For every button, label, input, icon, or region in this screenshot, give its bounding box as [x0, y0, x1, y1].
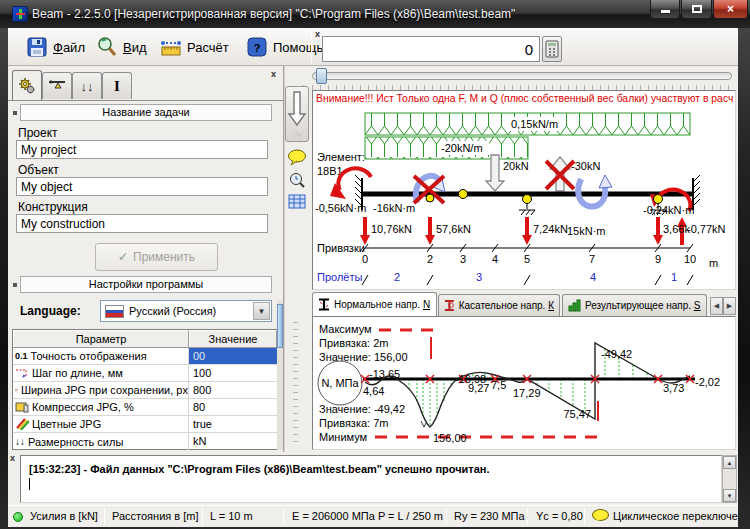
minimize-button[interactable] [650, 0, 680, 19]
anchors-label: Привязки [317, 242, 365, 254]
calc-menu-label: Расчёт [187, 40, 229, 55]
project-input[interactable] [16, 140, 268, 159]
tab-shear-stress[interactable]: Касательное напр. К [438, 294, 560, 316]
table-row[interactable]: ↓↓Размерность силы kN [13, 433, 277, 450]
maximize-button[interactable] [681, 0, 712, 19]
moment-label: -0,56kN·m [315, 202, 366, 214]
table-row[interactable]: 0.1Точность отображения 00 [13, 348, 277, 365]
axis-oy-button[interactable]: Oy [285, 86, 309, 142]
moment-label: 15kN·m [567, 225, 606, 237]
file-menu-button[interactable]: Файл [18, 31, 93, 63]
tab-section[interactable]: I [102, 72, 132, 99]
ruler-icon [160, 36, 182, 58]
tab-loads[interactable]: ↓↓ [72, 72, 102, 99]
roller-support-5m[interactable] [519, 195, 535, 216]
value-input[interactable] [322, 36, 540, 62]
tab-scroll-left[interactable]: ◀ [710, 297, 723, 315]
construction-label: Конструкция [18, 200, 88, 214]
stress-diagram[interactable]: Максимум Привязка: 2m Значение: 156,00 N… [313, 317, 735, 449]
span-value: 3 [476, 271, 482, 283]
span-value: 4 [590, 271, 596, 283]
gears-icon [18, 77, 36, 95]
table-row[interactable]: Компрессия JPG, % 80 [13, 399, 277, 416]
value-label: 7,5 [491, 379, 506, 391]
comment-bubble-icon[interactable] [287, 149, 307, 166]
chevron-down-icon[interactable]: ▼ [253, 302, 270, 320]
force-30kn-label: -30kN [571, 160, 600, 172]
table-row[interactable]: Шаг по длине, мм 100 [13, 365, 277, 382]
reaction-label: 10,76kN [371, 223, 412, 235]
group-dot [13, 111, 17, 115]
down-arrow-icon [286, 90, 308, 128]
object-input[interactable] [16, 177, 268, 196]
title-bar[interactable]: Beam - 2.2.5.0 [Незарегистрированная вер… [0, 0, 750, 28]
tab-scroll-right[interactable]: ▶ [723, 297, 736, 315]
status-yc: Yc = 0,80 [536, 510, 583, 522]
log-scrollbar[interactable]: ▲ ▼ [722, 455, 737, 503]
sidebar-close[interactable]: x [271, 70, 276, 78]
force-dim-icon: ↓↓ [15, 436, 25, 447]
value-label: 9,27 [468, 382, 489, 394]
node-2m[interactable] [426, 194, 434, 202]
precision-icon: 0.1 [15, 351, 28, 361]
bar-chart-icon [568, 299, 581, 312]
zoom-slider[interactable] [312, 72, 732, 80]
min-label: Минимум [319, 431, 367, 443]
tabs-underline [8, 100, 283, 101]
tab-supports[interactable] [42, 72, 72, 99]
status-separator [104, 508, 105, 524]
hint-balloon-icon[interactable] [592, 509, 609, 521]
unit-label: m [709, 257, 718, 269]
status-modulus: E = 206000 МПа P = L / 250 m [292, 510, 443, 522]
element-label: Элемент: [317, 151, 365, 163]
construction-input[interactable] [16, 214, 268, 233]
view-menu-button[interactable]: Вид [88, 31, 155, 63]
table-row[interactable]: Ширина JPG при сохранении, px 800 [13, 382, 277, 399]
ibeam-icon: I [114, 78, 120, 95]
object-label: Объект [18, 163, 59, 177]
jpg-compression-icon [15, 401, 29, 413]
status-separator [446, 508, 447, 524]
value-label: -13,65 [369, 368, 400, 380]
minimize-icon [661, 10, 670, 13]
span-ticks [362, 275, 693, 285]
input-panel-close[interactable]: x [315, 30, 320, 38]
zoom-tool-icon[interactable] [288, 171, 306, 189]
min-value: Значение: -49,42 [319, 403, 405, 415]
tab-settings[interactable] [12, 70, 42, 100]
table-row[interactable]: Цветные JPG true [13, 416, 277, 433]
apply-button[interactable]: ✓ Применить [95, 243, 218, 271]
anchor-value: 0 [362, 253, 368, 265]
tab-normal-stress[interactable]: Нормальное напр. N [312, 292, 437, 316]
param-column-header[interactable]: Параметр [13, 330, 189, 347]
parameters-table: Параметр Значение 0.1Точность отображени… [12, 329, 278, 450]
maximize-icon [692, 5, 702, 13]
log-panel[interactable]: [15:32:23] - Файл данных "C:\Program Fil… [20, 455, 722, 503]
close-button[interactable]: × [713, 0, 748, 19]
value-column-header[interactable]: Значение [189, 330, 277, 347]
calc-menu-button[interactable]: Расчёт [152, 31, 237, 63]
scroll-up-icon[interactable]: ▲ [723, 456, 736, 469]
color-jpg-icon [15, 418, 29, 430]
right-support-hatch [693, 175, 700, 206]
language-select[interactable]: Русский (Россия) ▼ [100, 300, 272, 322]
value-label: 4,64 [363, 385, 384, 397]
force-20kn-arrow[interactable] [486, 155, 504, 191]
anchor-value: 5 [524, 253, 530, 265]
calculator-icon [545, 40, 559, 58]
log-close[interactable]: x [10, 454, 15, 462]
node-3m[interactable] [459, 190, 468, 199]
status-separator [283, 508, 284, 524]
calculator-button[interactable] [542, 36, 562, 62]
tab-resulting-stress[interactable]: Результирующее напр. S [562, 294, 707, 316]
beam-diagram[interactable]: 0,15kN/m -20kN/m Элемент: 18В1 20kN -30k… [313, 91, 735, 289]
language-label: Language: [20, 304, 81, 318]
zoom-slider-thumb[interactable] [316, 68, 327, 84]
anchor-value: 10 [684, 253, 696, 265]
scroll-down-icon[interactable]: ▼ [723, 489, 736, 502]
selected-cell[interactable]: 00 [189, 348, 277, 364]
spans-label: Пролёты [317, 271, 362, 283]
beam-app-window: { "window": { "title": "Beam - 2.2.5.0 [… [0, 0, 750, 529]
table-tool-icon[interactable] [288, 194, 306, 209]
tab-label: Нормальное напр. N [334, 299, 430, 310]
